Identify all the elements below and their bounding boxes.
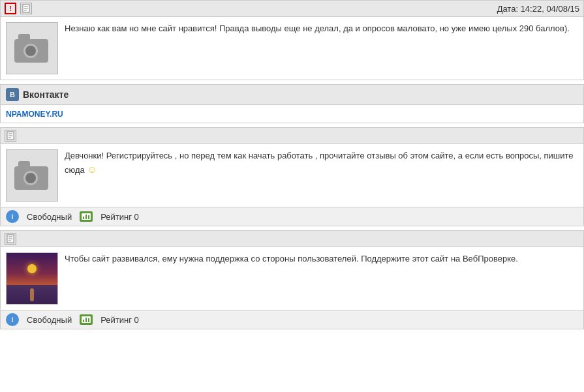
- page-icon-4: [5, 233, 16, 245]
- svg-rect-19: [83, 320, 84, 322]
- svg-rect-20: [85, 318, 87, 322]
- rating-icon-3: [80, 211, 93, 222]
- smiley-icon-3: ☺: [87, 162, 97, 177]
- svg-rect-21: [88, 318, 89, 322]
- avatar-4: [6, 252, 58, 305]
- vk-header: В Вконтакте: [1, 85, 583, 105]
- status-icon-3: i: [6, 210, 19, 223]
- comment-text-3: Девчонки! Регистрируйтесь , но перед тем…: [65, 149, 578, 202]
- status-icon-4: i: [6, 313, 19, 326]
- svg-rect-12: [88, 215, 89, 219]
- vk-block: В Вконтакте NPAMONEY.RU: [0, 84, 584, 123]
- comment-body-4: Чтобы сайт развивался, ему нужна поддерж…: [0, 247, 584, 310]
- comment-body-1: Незнаю как вам но мне сайт нравится! Пра…: [0, 17, 584, 80]
- svg-rect-11: [85, 215, 87, 219]
- rating-label-4: Рейтинг 0: [100, 315, 139, 325]
- page-icon-1: [20, 3, 32, 14]
- avatar-3: [6, 149, 58, 202]
- vk-content: NPAMONEY.RU: [1, 105, 583, 123]
- comment-date-1: Дата: 14:22, 04/08/15: [497, 4, 579, 14]
- status-bar-3: i Свободный Рейтинг 0: [0, 207, 584, 226]
- comment-header-3: [0, 127, 584, 144]
- comment-text-4: Чтобы сайт развивался, ему нужна поддерж…: [65, 252, 578, 305]
- vk-name: Вконтакте: [23, 89, 69, 100]
- avatar-1: [6, 22, 58, 74]
- comment-text-1: Незнаю как вам но мне сайт нравится! Пра…: [65, 22, 578, 74]
- warn-icon-1: !: [5, 3, 16, 14]
- comment-body-3: Девчонки! Регистрируйтесь , но перед тем…: [0, 144, 584, 207]
- vk-url[interactable]: NPAMONEY.RU: [6, 110, 63, 119]
- vk-icon: В: [6, 88, 19, 101]
- rating-icon-4: [80, 314, 93, 325]
- comment-header-1: ! Дата: 14:22, 04/08/15: [0, 0, 584, 17]
- svg-rect-10: [83, 217, 84, 219]
- status-label-3: Свободный: [27, 212, 72, 222]
- comment-header-4: [0, 230, 584, 247]
- page-icon-3: [5, 130, 16, 142]
- status-label-4: Свободный: [27, 315, 72, 325]
- rating-label-3: Рейтинг 0: [100, 212, 139, 222]
- status-bar-4: i Свободный Рейтинг 0: [0, 310, 584, 329]
- sunset-image: [7, 252, 57, 305]
